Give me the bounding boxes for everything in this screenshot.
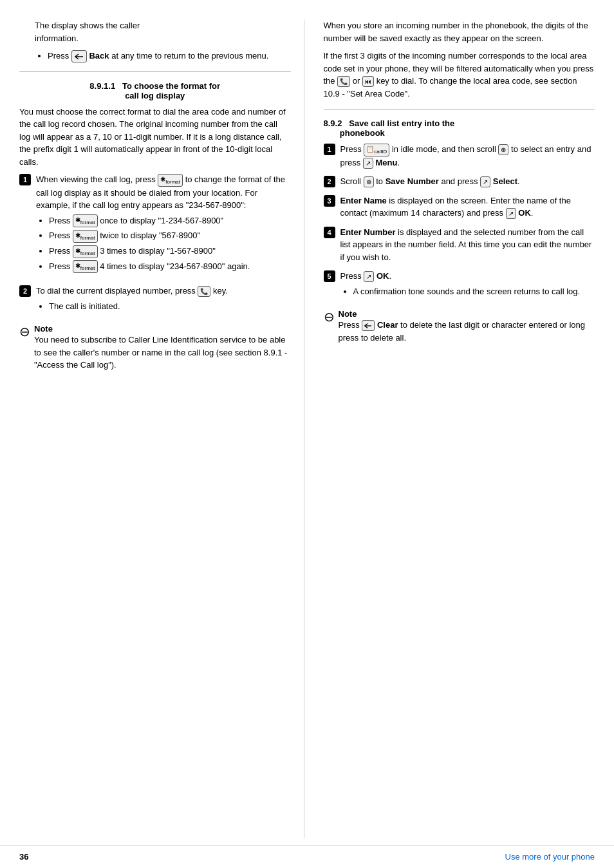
section-892: 8.9.2 Save call list entry into the phon… bbox=[324, 118, 595, 344]
step-1-right-text: Press 📋callID in idle mode, and then scr… bbox=[340, 143, 595, 169]
format-key-1: ✱format bbox=[73, 214, 98, 227]
ok-key-3: ↗ bbox=[506, 208, 516, 219]
divider-1 bbox=[19, 71, 291, 72]
step-4-right: 4 Enter Number is displayed and the sele… bbox=[324, 226, 595, 264]
step-3-right: 3 Enter Name is displayed on the screen.… bbox=[324, 194, 595, 220]
section-8911-title: 8.9.1.1 To choose the format for call lo… bbox=[19, 81, 291, 100]
note-text-right: Press Clear to delete the last digit or … bbox=[339, 319, 595, 344]
note-title-left: Note bbox=[34, 324, 291, 334]
step-3-right-text: Enter Name is displayed on the screen. E… bbox=[340, 194, 595, 220]
intro-block: The display shows the caller information… bbox=[19, 19, 291, 62]
step-5-bullet: A confirmation tone sounds and the scree… bbox=[353, 285, 595, 298]
section-892-title: 8.9.2 Save call list entry into the phon… bbox=[324, 118, 595, 138]
step-2-right-text: Scroll ⊕ to Save Number and press ↗ Sele… bbox=[340, 175, 595, 188]
section-8911-para1: You must choose the correct format to di… bbox=[19, 106, 291, 169]
content-area: The display shows the caller information… bbox=[0, 0, 614, 838]
page-footer: 36 Use more of your phone bbox=[0, 845, 614, 868]
page-number: 36 bbox=[19, 852, 28, 862]
note-content-left: Note You need to subscribe to Caller Lin… bbox=[34, 324, 291, 372]
sub-item-2: Press ✱format twice to display "567-8900… bbox=[49, 229, 291, 243]
note-box-left: ⊖ Note You need to subscribe to Caller L… bbox=[19, 324, 291, 372]
step-1-right: 1 Press 📋callID in idle mode, and then s… bbox=[324, 143, 595, 169]
step-4-right-text: Enter Number is displayed and the select… bbox=[340, 226, 595, 264]
right-intro-para1: When you store an incoming number in the… bbox=[324, 19, 595, 44]
step-list-left: 1 When viewing the call log, press ✱form… bbox=[19, 173, 291, 317]
menu-key-icon: ↗ bbox=[363, 158, 373, 169]
select-key-icon: ↗ bbox=[480, 176, 490, 187]
step-badge-2-left: 2 bbox=[19, 285, 31, 297]
intro-line1: The display shows the caller information… bbox=[35, 19, 291, 44]
page: The display shows the caller information… bbox=[0, 0, 614, 868]
step-1-sub-list: Press ✱format once to display "1-234-567… bbox=[36, 214, 291, 273]
step-1-left: 1 When viewing the call log, press ✱form… bbox=[19, 173, 291, 278]
nav-key-2: ⊕ bbox=[364, 176, 374, 187]
step-2-left-text: To dial the current displayed number, pr… bbox=[36, 285, 291, 317]
step-2-right: 2 Scroll ⊕ to Save Number and press ↗ Se… bbox=[324, 175, 595, 188]
intro-bullet1: Press Back at any time to return to the … bbox=[48, 50, 291, 62]
sub-item-4: Press ✱format 4 times to display "234-56… bbox=[49, 260, 291, 274]
format-key-3: ✱format bbox=[73, 245, 98, 258]
step-2-sub-list: The call is initiated. bbox=[36, 300, 291, 313]
note-content-right: Note Press Clear to delete the last digi… bbox=[339, 309, 595, 344]
back-key-icon bbox=[71, 50, 87, 62]
right-column: When you store an incoming number in the… bbox=[317, 19, 595, 838]
step-badge-4-right: 4 bbox=[324, 227, 335, 238]
sub-item-3: Press ✱format 3 times to display "1-567-… bbox=[49, 245, 291, 258]
divider-2 bbox=[324, 109, 595, 109]
step-badge-3-right: 3 bbox=[324, 195, 335, 207]
section-8911: 8.9.1.1 To choose the format for call lo… bbox=[19, 81, 291, 372]
right-intro-para2: If the first 3 digits of the incoming nu… bbox=[324, 50, 595, 100]
format-key-2: ✱format bbox=[73, 230, 98, 243]
note-box-right: ⊖ Note Press Clear to delete the last di… bbox=[324, 309, 595, 344]
left-column: The display shows the caller information… bbox=[19, 19, 304, 838]
step-2-sub-bullet: The call is initiated. bbox=[49, 300, 291, 313]
step-5-sub-list: A confirmation tone sounds and the scree… bbox=[340, 285, 595, 298]
footer-text: Use more of your phone bbox=[505, 852, 595, 862]
note-icon-right: ⊖ bbox=[324, 309, 335, 325]
note-title-right: Note bbox=[339, 309, 595, 319]
step-badge-1-right: 1 bbox=[324, 144, 335, 155]
format-key-icon: ✱format bbox=[158, 174, 183, 187]
nav-key-1: ⊕ bbox=[498, 144, 508, 155]
step-badge-2-right: 2 bbox=[324, 176, 335, 187]
talk-key-icon: 📞 bbox=[198, 286, 210, 297]
step-list-right: 1 Press 📋callID in idle mode, and then s… bbox=[324, 143, 595, 303]
note-text-left: You need to subscribe to Caller Line Ide… bbox=[34, 334, 291, 372]
step-1-left-text: When viewing the call log, press ✱format… bbox=[36, 173, 291, 278]
step-2-left: 2 To dial the current displayed number, … bbox=[19, 285, 291, 317]
step-badge-1-left: 1 bbox=[19, 174, 31, 185]
intro-list: Press Back at any time to return to the … bbox=[35, 50, 291, 62]
note-icon-left: ⊖ bbox=[19, 324, 30, 339]
format-key-4: ✱format bbox=[73, 260, 98, 273]
right-intro: When you store an incoming number in the… bbox=[324, 19, 595, 100]
intercom-key-icon: ⏮ bbox=[362, 76, 374, 87]
callid-key-icon: 📋callID bbox=[364, 144, 389, 156]
sub-item-1: Press ✱format once to display "1-234-567… bbox=[49, 214, 291, 228]
clear-key-icon bbox=[362, 320, 375, 331]
step-5-right: 5 Press ↗ OK. A confirmation tone sounds… bbox=[324, 270, 595, 303]
step-badge-5-right: 5 bbox=[324, 270, 335, 282]
step-5-right-text: Press ↗ OK. A confirmation tone sounds a… bbox=[340, 270, 595, 303]
talk-key-right-icon: 📞 bbox=[337, 76, 350, 87]
ok-key-5: ↗ bbox=[364, 271, 374, 282]
